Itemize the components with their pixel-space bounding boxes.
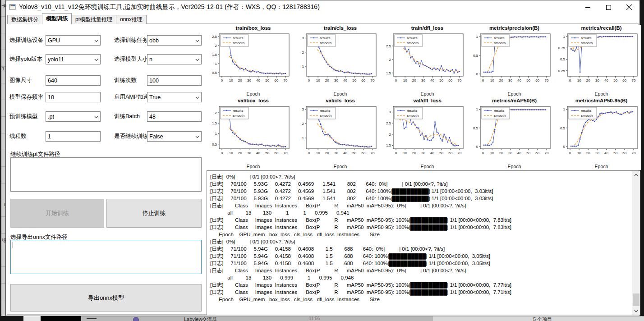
chart-train-cls-loss: train/cls_loss010203040506070123resultss… [293,25,380,97]
threads-input[interactable] [46,131,101,142]
chart-plot: 0102030405060700.511.522.5resultssmooth [206,32,291,91]
svg-text:50: 50 [526,151,530,155]
chart-xlabel: Epoch [467,91,554,97]
chart-title: val/dfl_loss [380,97,467,104]
pretrained-model-select[interactable]: .pt [46,111,101,122]
image-size-input[interactable] [46,75,101,86]
svg-text:0: 0 [482,78,484,83]
background-chat-window-fragment[interactable]: Labview交流群 11:56 [81,316,433,321]
tab-pt-batch-inference[interactable]: pt模型批量推理 [71,15,116,24]
explorer-items-count: 5 个项目 [533,316,552,321]
svg-text:20: 20 [586,78,590,83]
chart-title: metrics/precision(B) [467,25,554,32]
chart-xlabel: Epoch [206,91,293,97]
chart-title: val/cls_loss [293,97,380,104]
epochs-input[interactable] [147,75,202,86]
tab-onnx-inference[interactable]: onnx推理 [116,15,147,24]
tab-bar: 数据集拆分模型训练pt模型批量推理onnx推理 [7,14,146,24]
chart-plot: 010203040506070123resultssmooth [293,104,378,164]
image-size-input-label: 图像尺寸 [9,75,32,86]
background-bottom-strip: Labview交流群 11:56 5 个项目 [0,316,644,321]
svg-text:0: 0 [476,72,478,76]
svg-text:60: 60 [361,78,365,83]
scrollbar-down-icon[interactable] [632,307,640,315]
background-explorer-fragment[interactable]: 5 个项目 [433,316,644,321]
window-controls [577,0,639,14]
svg-text:1: 1 [476,35,478,39]
chevron-down-icon [195,56,199,63]
train-batch-input[interactable] [147,111,202,122]
svg-text:0: 0 [395,78,397,83]
svg-text:0: 0 [395,151,397,155]
yolo-version-select[interactable]: yolo11 [46,54,101,64]
train-task-select[interactable]: obb [147,35,202,46]
start-training-button[interactable]: 开始训练 [10,199,104,228]
stop-training-button[interactable]: 停止训练 [106,199,202,228]
chart-plot: 0102030405060700.511.52resultssmooth [206,104,291,164]
chart-metrics-recall-b-: metrics/recall(B)0102030405060700.250.50… [554,25,641,97]
app-icon [9,4,16,11]
main-window: Yolov8_v10_v11_v12免环境训练工具,追加实时曲线显示，Ver20… [5,0,640,316]
model-size-select[interactable]: n [147,54,202,64]
svg-text:30: 30 [595,151,599,155]
train-task-select-label: 选择训练任务 [114,35,148,46]
svg-text:70: 70 [631,78,635,83]
svg-text:70: 70 [370,151,374,155]
resume-path-textarea[interactable] [10,157,202,192]
svg-text:smooth: smooth [320,114,331,118]
tab-model-training[interactable]: 模型训练 [42,13,72,24]
amp-select[interactable]: True [147,92,202,102]
chart-xlabel: Epoch [554,164,641,170]
svg-text:0: 0 [221,151,223,155]
train-device-select-value: GPU [48,37,60,44]
svg-text:results: results [494,36,505,40]
export-onnx-button[interactable]: 导出onnx模型 [10,284,202,312]
minimize-button[interactable] [577,0,598,14]
maximize-button[interactable] [598,0,619,14]
svg-text:20: 20 [238,151,242,155]
svg-text:0.5: 0.5 [560,57,566,61]
log-text: [日志] 0%| | 0/1 [00:00<?, ?it/s] [日志] 70/… [207,171,640,303]
svg-text:results: results [233,109,244,113]
svg-text:1: 1 [476,107,478,111]
svg-text:50: 50 [352,78,356,83]
svg-text:60: 60 [622,78,626,83]
svg-text:0.5: 0.5 [473,54,478,58]
svg-text:2.5: 2.5 [212,35,217,39]
close-button[interactable] [619,0,639,14]
chart-xlabel: Epoch [380,164,467,170]
chart-xlabel: Epoch [467,164,554,170]
svg-text:1: 1 [215,132,217,136]
save-frequency-input[interactable] [46,92,101,102]
log-output-box[interactable]: [日志] 0%| | 0/1 [00:00<?, ?it/s] [日志] 70/… [207,170,640,315]
scrollbar-up-icon[interactable] [632,171,640,179]
window-title: Yolov8_v10_v11_v12免环境训练工具,追加实时曲线显示，Ver20… [19,3,320,11]
svg-text:2: 2 [302,50,304,55]
resume-training-select[interactable]: False [147,131,202,142]
log-scrollbar[interactable] [632,171,640,315]
svg-text:smooth: smooth [581,114,593,118]
chart-plot: 01020304050607000.51resultssmooth [467,32,552,91]
svg-text:40: 40 [256,78,260,83]
chart-metrics-map50-95-b-: metrics/mAP50-95(B)01020304050607000.51r… [554,97,641,170]
svg-text:40: 40 [256,151,260,155]
train-device-select[interactable]: GPU [46,35,101,46]
chevron-down-icon [94,114,98,120]
chevron-down-icon [195,37,199,44]
svg-text:30: 30 [595,78,599,83]
svg-text:1.5: 1.5 [212,53,217,57]
train-task-select-value: obb [149,37,159,44]
tab-dataset-split[interactable]: 数据集拆分 [7,15,42,24]
svg-text:0: 0 [569,78,571,83]
svg-text:results: results [407,36,418,40]
chart-metrics-map50-b-: metrics/mAP50(B)01020304050607000.51resu… [467,97,554,170]
chart-title: val/box_loss [206,97,293,104]
chat-time: 11:56 [309,316,320,321]
scrollbar-thumb[interactable] [633,293,639,306]
epochs-input-label: 训练次数 [114,75,137,86]
onnx-path-textarea[interactable] [10,240,202,274]
svg-text:70: 70 [370,78,374,83]
chart-train-dfl-loss: train/dfl_loss0102030405060701.522.5resu… [380,25,467,97]
background-glyph-fragment: 刂 [2,202,5,209]
background-fragment [41,316,81,321]
